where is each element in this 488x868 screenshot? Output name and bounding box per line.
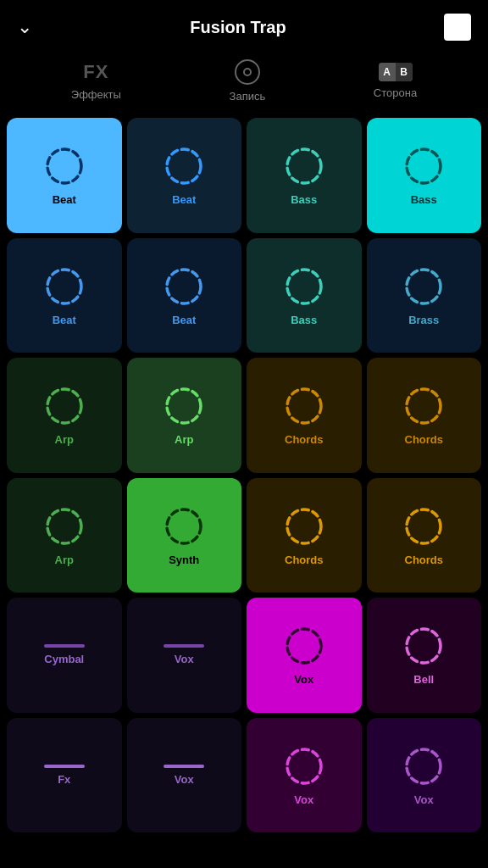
circle-icon [162, 144, 206, 188]
circle-icon [402, 264, 446, 309]
circle-icon [162, 264, 206, 309]
fx-sublabel: Эффекты [71, 88, 121, 101]
pad-label: Beat [172, 193, 196, 206]
svg-point-2 [287, 149, 321, 183]
pad-19[interactable]: Bell [367, 598, 482, 713]
circle-icon [42, 264, 86, 309]
circle-icon [282, 504, 326, 548]
pad-label: Fx [58, 773, 70, 786]
svg-point-4 [47, 270, 81, 303]
pad-label: Chords [285, 433, 324, 446]
ab-b-label: B [396, 63, 413, 81]
pad-0[interactable]: Beat [7, 118, 122, 233]
circle-icon [42, 504, 86, 548]
pad-16[interactable]: Cymbal [7, 598, 122, 713]
circle-icon [282, 384, 326, 428]
pad-label: Bass [411, 193, 437, 206]
ab-button[interactable]: A B Сторона [374, 63, 417, 99]
pad-label: Chords [405, 554, 444, 566]
pad-13[interactable]: Synth [127, 478, 242, 593]
circle-icon [162, 384, 206, 428]
circle-icon [402, 144, 446, 188]
line-icon [44, 765, 85, 768]
pad-1[interactable]: Beat [127, 118, 242, 233]
svg-point-15 [407, 509, 441, 543]
pad-3[interactable]: Bass [367, 118, 482, 233]
pad-21[interactable]: Vox [127, 718, 242, 833]
svg-point-11 [407, 389, 441, 423]
svg-point-10 [287, 389, 321, 423]
circle-icon [282, 744, 326, 788]
svg-point-16 [287, 629, 321, 663]
circle-icon [402, 744, 446, 788]
pad-6[interactable]: Bass [247, 238, 362, 353]
svg-point-1 [167, 149, 201, 183]
circle-icon [282, 144, 326, 188]
svg-point-5 [167, 270, 201, 303]
pad-label: Bass [291, 193, 317, 206]
pad-label: Beat [53, 314, 76, 326]
pad-14[interactable]: Chords [247, 478, 362, 593]
record-icon [235, 59, 260, 85]
svg-point-7 [407, 270, 441, 303]
header: ⌄ Fusion Trap [0, 0, 488, 51]
pad-label: Bell [413, 673, 434, 686]
page-title: Fusion Trap [190, 18, 286, 37]
circle-icon [42, 144, 86, 188]
record-sublabel: Запись [230, 90, 266, 103]
svg-point-13 [167, 509, 201, 543]
pad-label: Vox [175, 653, 194, 665]
pad-20[interactable]: Fx [7, 718, 122, 833]
svg-point-6 [287, 270, 321, 303]
line-icon [44, 644, 85, 648]
svg-point-19 [407, 749, 441, 783]
line-icon [164, 765, 204, 768]
circle-icon [402, 384, 446, 428]
pad-15[interactable]: Chords [367, 478, 482, 593]
fx-label: FX [83, 61, 108, 83]
pad-label: Chords [285, 554, 324, 566]
fx-button[interactable]: FX Эффекты [71, 61, 121, 101]
pad-4[interactable]: Beat [7, 238, 122, 353]
circle-icon [282, 624, 326, 668]
pad-label: Cymbal [44, 653, 84, 665]
pad-23[interactable]: Vox [367, 718, 482, 833]
circle-icon [162, 504, 206, 548]
pad-10[interactable]: Chords [247, 358, 362, 473]
ab-toggle: A B [379, 63, 413, 81]
circle-icon [42, 384, 86, 428]
pad-label: Bass [291, 314, 317, 326]
svg-point-18 [287, 749, 321, 783]
pad-label: Arp [55, 433, 74, 446]
pad-18[interactable]: Vox [247, 598, 362, 713]
ab-sublabel: Сторона [374, 86, 417, 99]
pad-label: Chords [405, 433, 444, 446]
pad-label: Beat [172, 314, 196, 326]
pad-22[interactable]: Vox [247, 718, 362, 833]
pad-8[interactable]: Arp [7, 358, 122, 473]
record-inner-circle [243, 68, 252, 76]
pad-label: Beat [53, 193, 76, 206]
white-square-button[interactable] [444, 14, 471, 41]
pad-label: Arp [55, 554, 74, 566]
svg-point-0 [47, 149, 81, 183]
pad-17[interactable]: Vox [127, 598, 242, 713]
pad-12[interactable]: Arp [7, 478, 122, 593]
pad-2[interactable]: Bass [247, 118, 362, 233]
toolbar: FX Эффекты Запись A B Сторона [0, 51, 488, 118]
circle-icon [402, 624, 446, 668]
pad-grid: BeatBeatBassBassBeatBeatBassBrassArpArpC… [0, 118, 488, 839]
pad-7[interactable]: Brass [367, 238, 482, 353]
chevron-down-icon[interactable]: ⌄ [17, 16, 32, 38]
svg-point-9 [167, 389, 201, 423]
svg-point-12 [47, 509, 81, 543]
pad-5[interactable]: Beat [127, 238, 242, 353]
pad-label: Vox [175, 773, 194, 786]
pad-9[interactable]: Arp [127, 358, 242, 473]
pad-label: Vox [294, 673, 313, 686]
pad-label: Arp [175, 433, 193, 446]
pad-label: Vox [294, 793, 313, 806]
pad-11[interactable]: Chords [367, 358, 482, 473]
record-button[interactable]: Запись [230, 59, 266, 103]
line-icon [164, 644, 204, 648]
